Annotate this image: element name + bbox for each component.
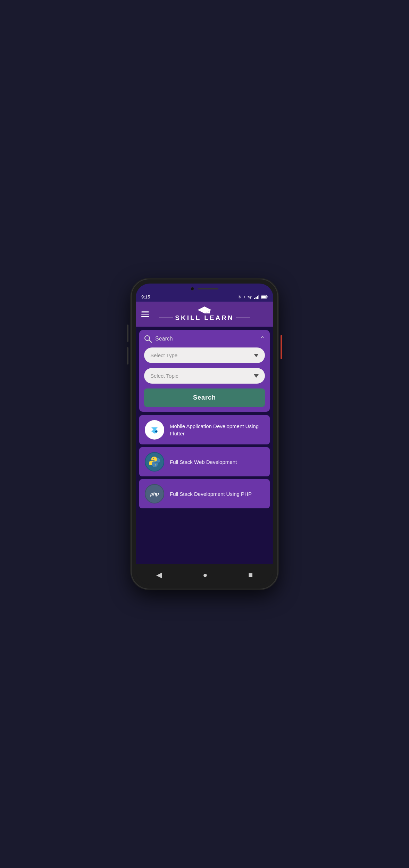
course-title-flutter: Mobile Application Development Using Flu…: [170, 423, 264, 437]
svg-rect-1: [256, 297, 257, 299]
signal-icon: [254, 295, 259, 299]
wifi-icon: [247, 295, 252, 299]
course-title-php: Full Stack Development Using PHP: [170, 490, 252, 498]
svg-rect-2: [257, 296, 258, 299]
dropdown-arrow-type-icon: [254, 354, 259, 357]
hamburger-line-3: [141, 316, 149, 317]
logo-line-right: [236, 318, 250, 318]
svg-point-19: [155, 465, 156, 466]
svg-marker-13: [254, 374, 259, 378]
flutter-logo-icon: [147, 423, 162, 437]
status-time: 9:15: [141, 294, 150, 300]
phone-frame: 9:15 ✳ ●: [132, 279, 277, 589]
volume-up-button[interactable]: [127, 325, 128, 342]
hamburger-line-2: [141, 314, 149, 315]
hamburger-line-1: [141, 311, 149, 312]
logo-line-left: [159, 318, 173, 318]
search-panel: Search ⌃ Select Type Select Topic: [139, 330, 270, 412]
svg-line-11: [149, 340, 151, 342]
svg-rect-5: [267, 296, 268, 298]
camera-dot: [191, 287, 194, 290]
php-course-icon: php: [145, 484, 164, 503]
app-header: SKILL LEARN: [136, 302, 273, 327]
app-logo: SKILL LEARN: [159, 306, 250, 322]
python-logo-icon: [148, 455, 161, 469]
search-label: Search: [155, 336, 173, 342]
status-icons: ✳ ●: [238, 294, 268, 300]
phone-screen: 9:15 ✳ ●: [136, 284, 273, 584]
back-button[interactable]: ◀: [149, 568, 169, 582]
battery-icon: [261, 295, 268, 299]
main-content: Search ⌃ Select Type Select Topic: [136, 327, 273, 564]
home-button[interactable]: ●: [196, 568, 214, 582]
select-type-placeholder: Select Type: [150, 352, 177, 358]
fan-icon: ✳: [238, 294, 242, 300]
search-button[interactable]: Search: [144, 388, 265, 407]
select-topic-placeholder: Select Topic: [150, 373, 178, 379]
course-title-python: Full Stack Web Development: [170, 458, 237, 466]
course-item-flutter[interactable]: Mobile Application Development Using Flu…: [139, 415, 270, 444]
camera-row: [136, 285, 273, 292]
app-name: SKILL LEARN: [175, 314, 234, 322]
svg-rect-6: [261, 296, 266, 298]
chevron-up-icon[interactable]: ⌃: [260, 335, 265, 343]
logo-lines: SKILL LEARN: [159, 314, 250, 322]
svg-marker-12: [254, 354, 259, 357]
select-topic-dropdown[interactable]: Select Topic: [144, 368, 265, 384]
search-icon: [144, 335, 152, 343]
python-course-icon: [145, 452, 164, 472]
graduation-cap-icon: [197, 306, 212, 315]
dot-icon: ●: [243, 295, 245, 298]
power-button[interactable]: [281, 335, 282, 359]
phone-top-area: 9:15 ✳ ●: [136, 284, 273, 302]
bottom-navigation: ◀ ● ■: [136, 564, 273, 584]
flutter-course-icon: [145, 420, 164, 440]
status-bar: 9:15 ✳ ●: [136, 292, 273, 302]
course-item-php[interactable]: php Full Stack Development Using PHP: [139, 479, 270, 508]
course-list: Mobile Application Development Using Flu…: [136, 415, 273, 510]
select-type-dropdown[interactable]: Select Type: [144, 347, 265, 363]
course-item-python[interactable]: Full Stack Web Development: [139, 447, 270, 476]
hamburger-menu-button[interactable]: [141, 311, 149, 317]
search-header-left: Search: [144, 335, 173, 343]
dropdown-arrow-topic-icon: [254, 374, 259, 378]
speaker-bar: [198, 288, 218, 289]
search-header: Search ⌃: [144, 335, 265, 343]
svg-rect-0: [254, 298, 255, 299]
php-logo-text: php: [150, 491, 159, 497]
svg-rect-3: [258, 295, 259, 299]
recents-button[interactable]: ■: [241, 568, 260, 582]
svg-point-18: [153, 458, 154, 459]
volume-down-button[interactable]: [127, 347, 128, 365]
